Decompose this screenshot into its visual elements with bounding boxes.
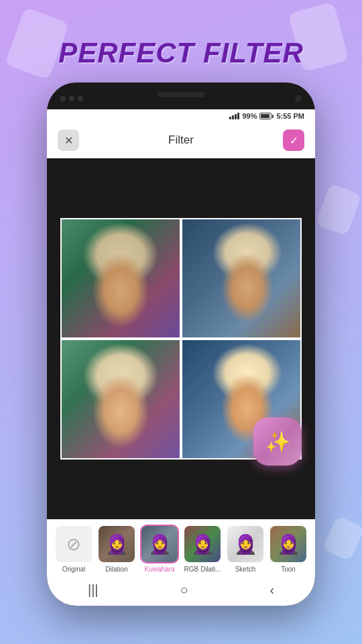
filter-item-kuwahara[interactable]: 🧕 Kuwahara [140,525,179,573]
filter-item-rgb[interactable]: 🧕 RGB Dilati... [183,525,222,573]
signal-bar-1 [229,117,231,119]
filter-rgb-preview: 🧕 [184,526,221,562]
camera-dot-2 [69,96,74,101]
signal-bar-4 [237,113,239,119]
filter-label-rgb: RGB Dilati... [184,566,221,573]
bg-decoration-3 [315,183,361,235]
magic-wand-button[interactable]: ✨ [253,417,302,466]
filter-label-kuwahara: Kuwahara [144,566,174,573]
battery-percent: 99% [242,112,257,120]
filter-original-icon: ⊘ [56,526,92,562]
filter-item-dilation[interactable]: 🧕 Dilation [97,525,136,573]
signal-bar-3 [235,114,237,119]
filter-thumb-dilation: 🧕 [97,525,136,564]
battery-body [259,113,272,119]
status-bar: 99% 5:55 PM [47,109,315,123]
photo-cell-1 [62,219,180,337]
phone-top [47,83,315,109]
camera-dot-1 [60,96,66,101]
photo-cell-2 [182,219,300,337]
filter-thumb-original: ⊘ [54,525,93,564]
battery-icon [259,113,274,119]
filter-label-original: Original [62,566,85,573]
signal-bar-2 [232,115,234,119]
photo-preview-1 [62,219,180,337]
filter-toon-preview: 🧕 [270,526,306,562]
phone-cameras [60,96,83,101]
camera-dot-3 [78,96,83,101]
nav-menu-icon[interactable]: ||| [88,582,99,598]
filter-item-original[interactable]: ⊘ Original [54,525,93,573]
battery-tip [272,115,274,118]
phone-speaker [158,92,204,97]
nav-back-icon[interactable]: ‹ [269,582,274,598]
page-title: PERFECT FILTER [58,37,304,69]
photo-preview-3 [62,340,180,458]
filter-thumb-kuwahara: 🧕 [140,525,179,564]
filter-label-dilation: Dilation [105,566,127,573]
status-time: 5:55 PM [276,112,304,120]
filter-item-toon[interactable]: 🧕 Toon [269,525,308,573]
front-camera [295,95,302,102]
filter-thumb-rgb: 🧕 [183,525,222,564]
signal-icon [229,113,239,119]
filter-item-sketch[interactable]: 🧕 Sketch [226,525,265,573]
filter-sketch-preview: 🧕 [227,526,263,562]
magic-wand-icon: ✨ [265,430,290,453]
filter-thumb-toon: 🧕 [269,525,308,564]
filter-kuwahara-preview: 🧕 [141,526,178,562]
battery-fill [261,114,269,118]
phone-frame: 99% 5:55 PM ✕ Filter ✓ [47,83,315,606]
header-title: Filter [168,133,194,147]
confirm-button[interactable]: ✓ [283,129,304,151]
photo-area: ✨ [47,158,315,519]
close-button[interactable]: ✕ [58,129,79,151]
filter-strip: ⊘ Original 🧕 Dilation 🧕 Kuwahara 🧕 RGB D… [47,519,315,577]
app-header: ✕ Filter ✓ [47,123,315,158]
filter-label-toon: Toon [281,566,296,573]
filter-thumb-sketch: 🧕 [226,525,265,564]
filter-dilation-preview: 🧕 [99,526,135,562]
photo-cell-3 [62,340,180,458]
nav-home-icon[interactable]: ○ [180,582,188,598]
filter-label-sketch: Sketch [235,566,256,573]
bg-decoration-4 [322,515,362,561]
photo-preview-2 [182,219,300,337]
phone-bottom-nav: ||| ○ ‹ [47,577,315,606]
